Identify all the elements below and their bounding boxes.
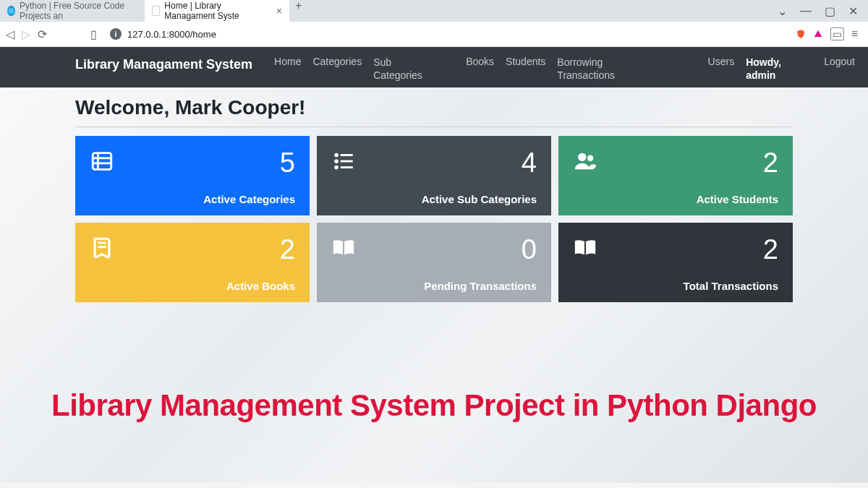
- nav-links: Home Categories Sub Categories Books Stu…: [274, 56, 855, 82]
- svg-rect-0: [93, 153, 111, 170]
- svg-rect-9: [341, 166, 353, 168]
- svg-point-6: [334, 160, 339, 164]
- svg-point-11: [587, 155, 594, 162]
- tab-favicon-icon: [7, 6, 15, 16]
- overlay-caption: Library Management System Project in Pyt…: [51, 388, 817, 423]
- nav-borrowing[interactable]: Borrowing Transactions: [557, 56, 619, 82]
- back-button[interactable]: ◁: [6, 27, 14, 41]
- card-active-books[interactable]: 2 Active Books: [75, 223, 310, 302]
- list-table-icon: [90, 149, 114, 179]
- browser-chrome: Python | Free Source Code Projects an Ho…: [0, 0, 868, 47]
- nav-home[interactable]: Home: [274, 56, 301, 82]
- window-controls: ⌄ — ▢ ✕: [767, 4, 868, 18]
- card-value: 5: [280, 149, 295, 176]
- reload-button[interactable]: ⟳: [38, 27, 47, 41]
- nav-logout[interactable]: Logout: [824, 56, 855, 82]
- card-label: Active Books: [90, 280, 295, 292]
- page-content: Welcome, Mark Cooper! 5 Active Categorie…: [0, 87, 868, 483]
- nav-users[interactable]: Users: [708, 56, 735, 82]
- card-pending-transactions[interactable]: 0 Pending Transactions: [317, 223, 551, 302]
- divider: [75, 127, 793, 127]
- pip-icon[interactable]: ▭: [830, 27, 844, 40]
- svg-point-10: [578, 153, 586, 161]
- nav-books[interactable]: Books: [466, 56, 494, 82]
- site-info-icon[interactable]: i: [110, 28, 122, 40]
- card-label: Active Categories: [90, 193, 295, 205]
- card-label: Total Transactions: [573, 280, 778, 292]
- browser-titlebar: Python | Free Source Code Projects an Ho…: [0, 0, 868, 22]
- nav-howdy[interactable]: Howdy, admin: [746, 56, 786, 82]
- svg-rect-5: [341, 154, 353, 156]
- browser-tabs: Python | Free Source Code Projects an Ho…: [0, 0, 767, 25]
- brave-shield-icon[interactable]: [796, 29, 806, 39]
- nav-students[interactable]: Students: [506, 56, 545, 82]
- nav-sub-categories[interactable]: Sub Categories: [373, 56, 428, 82]
- card-active-categories[interactable]: 5 Active Categories: [75, 136, 310, 215]
- menu-icon[interactable]: ≡: [851, 27, 858, 40]
- card-value: 2: [763, 149, 778, 176]
- card-active-students[interactable]: 2 Active Students: [558, 136, 793, 215]
- app-brand[interactable]: Library Managament System: [75, 56, 252, 72]
- card-total-transactions[interactable]: 2 Total Transactions: [558, 223, 793, 302]
- minimize-icon[interactable]: —: [800, 4, 812, 17]
- browser-tab-active[interactable]: Home | Library Managament Syste ×: [145, 0, 289, 25]
- nav-categories[interactable]: Categories: [312, 56, 362, 82]
- browser-tab-inactive[interactable]: Python | Free Source Code Projects an: [0, 0, 145, 25]
- maximize-icon[interactable]: ▢: [825, 4, 835, 18]
- welcome-heading: Welcome, Mark Cooper!: [75, 96, 793, 119]
- bookmark-icon[interactable]: ▯: [90, 27, 97, 41]
- card-value: 2: [763, 236, 778, 263]
- card-value: 0: [522, 236, 537, 263]
- book-icon: [90, 236, 114, 265]
- app-navbar: Library Managament System Home Categorie…: [0, 47, 868, 87]
- tab-title: Python | Free Source Code Projects an: [20, 1, 137, 21]
- new-tab-button[interactable]: +: [289, 0, 307, 25]
- browser-right-icons: ▭ ≡: [796, 27, 862, 40]
- list-icon: [331, 149, 356, 179]
- url-bar[interactable]: i 127.0.0.1:8000/home: [104, 25, 788, 43]
- tab-close-icon[interactable]: ×: [276, 5, 282, 17]
- open-book-icon: [331, 236, 356, 265]
- tab-favicon-icon: [152, 6, 160, 16]
- chevron-down-icon[interactable]: ⌄: [778, 4, 787, 18]
- url-text: 127.0.0.1:8000/home: [127, 29, 216, 40]
- svg-point-4: [334, 153, 339, 158]
- card-value: 2: [280, 236, 295, 263]
- card-label: Active Students: [573, 193, 778, 205]
- card-active-sub-categories[interactable]: 4 Active Sub Categories: [317, 136, 551, 215]
- tab-title: Home | Library Managament Syste: [164, 1, 268, 21]
- address-bar-row: ◁ ▷ ⟳ ▯ i 127.0.0.1:8000/home ▭ ≡: [0, 22, 868, 46]
- dashboard-cards: 5 Active Categories 4 Active Sub Categor…: [75, 136, 793, 302]
- open-book-icon: [573, 236, 597, 265]
- card-label: Active Sub Categories: [331, 193, 537, 205]
- users-icon: [573, 149, 597, 179]
- forward-button[interactable]: ▷: [22, 27, 30, 41]
- card-label: Pending Transactions: [331, 280, 537, 292]
- svg-rect-7: [341, 160, 353, 163]
- close-icon[interactable]: ✕: [848, 4, 858, 18]
- card-value: 4: [522, 149, 537, 176]
- brave-rewards-icon[interactable]: [813, 29, 823, 39]
- svg-point-8: [334, 166, 339, 170]
